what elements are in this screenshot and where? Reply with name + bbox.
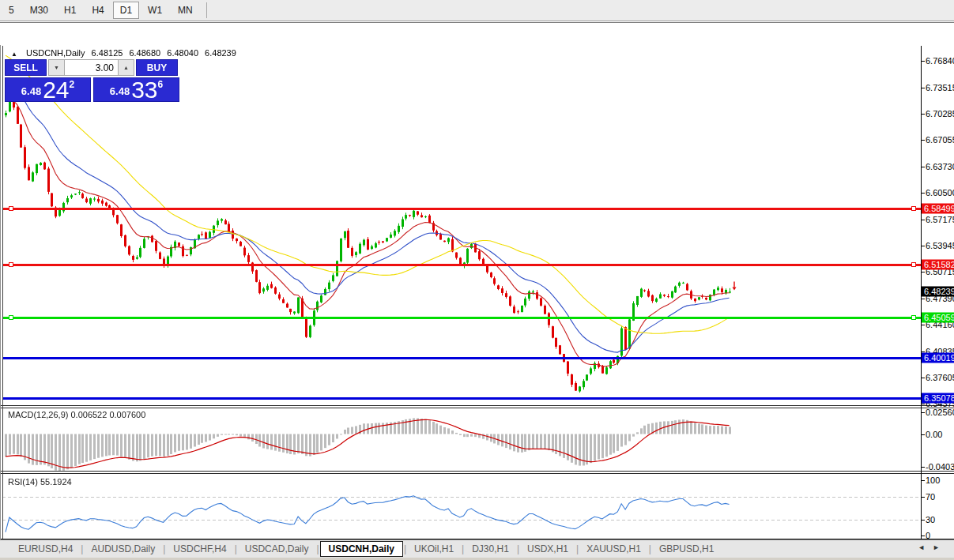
- buy-price-sup: 6: [158, 79, 164, 90]
- price-tick: 6.76840: [926, 56, 954, 66]
- collapse-panel-icon[interactable]: ▲: [11, 51, 17, 58]
- toolbar-separator: [206, 2, 207, 18]
- tab-usdx-h1[interactable]: USDX,H1: [520, 542, 575, 556]
- buy-price-small: 6.48: [110, 85, 130, 97]
- sell-price-big: 24: [43, 80, 69, 100]
- tab-scroll-arrows: ◄►: [918, 543, 948, 551]
- tab-separator: |: [163, 543, 165, 554]
- panel-divider[interactable]: [0, 405, 954, 408]
- tab-usdcad-daily[interactable]: USDCAD,Daily: [238, 542, 316, 556]
- sell-button[interactable]: SELL: [5, 59, 47, 76]
- ohlc-open: 6.48125: [92, 48, 123, 58]
- tab-separator: |: [576, 543, 579, 554]
- price-tick: 6.57175: [926, 215, 954, 224]
- application-window: 5M30H1H4D1W1MN ▲ USDCNH,Daily 6.48125 6.…: [0, 0, 954, 560]
- macd-tick: 0.00: [926, 430, 942, 439]
- ohlc-low: 6.48040: [167, 48, 198, 58]
- chart-left-border: [2, 46, 3, 539]
- window-left-edge: [0, 45, 1, 560]
- timeframe-toolbar: 5M30H1H4D1W1MN: [0, 0, 954, 21]
- sell-price-sup: 2: [70, 79, 75, 90]
- macd-tick: -0.04038: [926, 462, 954, 472]
- tab-scroll-right-icon[interactable]: ►: [933, 543, 948, 551]
- tab-separator: |: [404, 543, 406, 554]
- symbol-title: USDCNH,Daily: [26, 48, 85, 58]
- price-tick: 6.73515: [926, 83, 954, 92]
- timeframe-h4[interactable]: H4: [85, 2, 111, 19]
- tab-dj30-h1[interactable]: DJ30,H1: [465, 542, 516, 556]
- spinner-up-icon: ▲: [123, 65, 129, 70]
- tab-usdchf-h4[interactable]: USDCHF,H4: [166, 542, 233, 556]
- tab-separator: |: [316, 543, 319, 554]
- panel-divider[interactable]: [0, 471, 954, 474]
- tab-ukoil-h1[interactable]: UKOil,H1: [407, 542, 461, 556]
- one-click-trading-panel: SELL ▼ 3.00 ▲ BUY 6.48 24 2 6.48 33 6: [5, 59, 179, 102]
- spinner-down-icon: ▼: [54, 65, 59, 70]
- buy-button[interactable]: BUY: [136, 59, 178, 76]
- volume-decrease-button[interactable]: ▼: [48, 59, 65, 76]
- rsi-tick: 100: [926, 475, 940, 485]
- price-line-label: 6.35078: [922, 393, 954, 403]
- price-tick: 6.70285: [926, 109, 954, 118]
- price-tick: 6.53945: [926, 241, 954, 250]
- price-tick: 6.37605: [926, 373, 954, 382]
- timeframe-w1[interactable]: W1: [141, 2, 169, 19]
- price-line-label: 6.51582: [922, 260, 954, 270]
- tab-separator: |: [649, 543, 651, 554]
- chart-window: ▲ USDCNH,Daily 6.48125 6.48680 6.48040 6…: [0, 22, 954, 539]
- tab-separator: |: [81, 543, 83, 554]
- sell-price-tile[interactable]: 6.48 24 2: [5, 77, 91, 102]
- ohlc-close: 6.48239: [205, 48, 236, 58]
- timeframe-5[interactable]: 5: [2, 2, 21, 19]
- tab-separator: |: [517, 543, 519, 554]
- rsi-tick: 30: [926, 515, 935, 524]
- tab-gbpusd-h1[interactable]: GBPUSD,H1: [652, 542, 721, 556]
- price-tick: 6.63730: [926, 162, 954, 171]
- price-tick: 6.67055: [926, 135, 954, 145]
- current-price-label: 6.48239: [922, 287, 954, 297]
- buy-price-tile[interactable]: 6.48 33 6: [93, 77, 179, 102]
- price-line-label: 6.58499: [922, 204, 954, 214]
- macd-indicator-label: MACD(12,26,9) 0.006522 0.007600: [8, 410, 145, 419]
- timeframe-m30[interactable]: M30: [23, 2, 55, 19]
- price-tick: 6.60500: [926, 188, 954, 197]
- tab-separator: |: [235, 543, 237, 554]
- tab-usdcnh-daily[interactable]: USDCNH,Daily: [320, 541, 403, 557]
- timeframe-mn[interactable]: MN: [171, 2, 200, 19]
- timeframe-h1[interactable]: H1: [57, 2, 83, 19]
- tab-xauusd-h1[interactable]: XAUUSD,H1: [579, 542, 648, 556]
- volume-input[interactable]: 3.00: [65, 59, 118, 76]
- symbol-tabbar: EURUSD,H4|AUDUSD,Daily|USDCHF,H4|USDCAD,…: [0, 539, 954, 558]
- tab-eurusd-h4[interactable]: EURUSD,H4: [11, 542, 80, 556]
- macd-tick: 0.025609: [926, 408, 954, 417]
- buy-price-big: 33: [131, 80, 157, 100]
- volume-increase-button[interactable]: ▲: [118, 59, 134, 76]
- rsi-indicator-label: RSI(14) 55.1924: [8, 477, 72, 487]
- tab-scroll-left-icon[interactable]: ◄: [918, 543, 933, 551]
- sell-price-small: 6.48: [21, 85, 41, 97]
- ohlc-header: ▲ USDCNH,Daily 6.48125 6.48680 6.48040 6…: [11, 48, 240, 58]
- timeframe-d1[interactable]: D1: [113, 2, 139, 19]
- tab-audusd-daily[interactable]: AUDUSD,Daily: [84, 542, 162, 556]
- tab-separator: |: [462, 543, 464, 554]
- rsi-tick: 70: [926, 492, 935, 502]
- price-line-label: 6.45059: [922, 312, 954, 322]
- price-line-label: 6.40019: [922, 353, 954, 363]
- rsi-panel-canvas[interactable]: [2, 474, 921, 539]
- ohlc-high: 6.48680: [129, 48, 160, 58]
